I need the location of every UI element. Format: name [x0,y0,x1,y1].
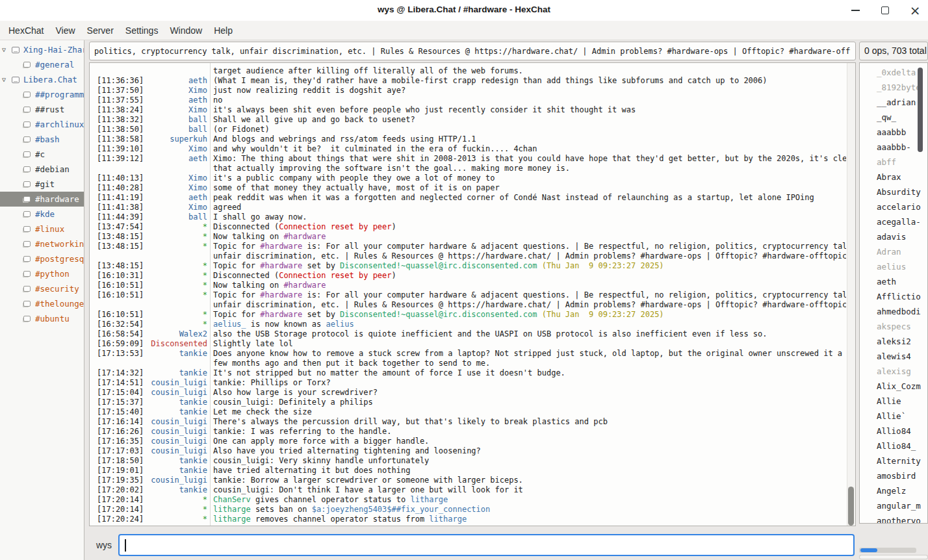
chat-line: [17:17:03]cousin_luigiAlso have you trie… [97,446,846,456]
nick: cousin_luigi [151,427,207,437]
chat-line-meta: [17:18:50]tankie [97,456,207,466]
message-input[interactable] [118,534,855,556]
message-text: There's always the percussion drill way,… [213,417,608,427]
userlist-item[interactable]: Allie [860,394,927,409]
userlist-item[interactable]: angular_m [860,498,927,513]
sidebar-item-thelounge[interactable]: #thelounge [0,296,84,311]
nick: aeth [188,154,207,164]
userlist-item[interactable]: abff [860,155,927,170]
message-segment: There's always the percussion drill way,… [213,417,608,426]
message-segment: no [213,95,222,105]
userlist-item[interactable]: aeth [860,274,927,289]
message-text: Shall we all give up and go back to usen… [213,115,415,125]
userlist-item[interactable]: Alternity [860,453,927,468]
userlist-scrollbar-thumb[interactable] [918,68,923,152]
own-nick-label[interactable]: wys [96,540,112,550]
message-text: Also have you tried alternating tighteni… [213,446,481,456]
timestamp: [17:16:14] [97,417,144,427]
menu-item-view[interactable]: View [49,23,81,38]
sidebar-item-git[interactable]: #git [0,177,84,192]
message-segment: Shall we all give up and go back to usen… [213,115,415,124]
channel-icon [23,92,31,97]
chat-line: [17:19:35]cousin_luigitankie: Borrow a l… [97,476,846,485]
userlist-item[interactable]: Allio84 [860,424,927,439]
message-text: Topic for #hardware is: For all your com… [213,290,846,300]
userlist-item[interactable]: accelario [860,199,927,214]
message-text: cousin_luigi: Definitely a philips [213,398,373,407]
chat-line-meta: [11:36:36]aeth [97,76,207,86]
sidebar-item-programmi[interactable]: ##programmi [0,87,84,102]
nick: ball [188,115,207,125]
timestamp: [16:58:54] [97,329,144,339]
timestamp: [17:16:35] [97,437,144,446]
userlist-item[interactable]: amosbird [860,468,927,483]
expander-icon[interactable]: ▽ [2,46,12,53]
timestamp: [11:36:36] [97,76,144,86]
userlist-item[interactable]: Angelz [860,483,927,498]
menu-item-window[interactable]: Window [164,23,208,38]
sidebar-item-debian[interactable]: #debian [0,162,84,177]
userlist-item[interactable]: Alix_Cozm [860,379,927,394]
chat-line: [16:10:51]*Topic for #hardware is: For a… [97,290,846,300]
nick: cousin_luigi [151,378,207,388]
minimize-button[interactable] [850,5,860,16]
message-segment: Topic for [213,261,260,270]
channel-icon [23,181,31,187]
sidebar-item-linux[interactable]: #linux [0,222,84,236]
userlist-item[interactable]: Afflictio [860,289,927,304]
userlist-item[interactable]: anotheryo [860,513,927,524]
userlist-item[interactable]: aleksi2 [860,334,927,349]
userlist-item[interactable]: Allio84_ [860,439,927,453]
userlist-item[interactable]: Abrax [860,170,927,185]
menu-item-server[interactable]: Server [81,23,120,38]
sidebar-item-c[interactable]: #c [0,147,84,162]
menu-item-settings[interactable]: Settings [120,23,164,38]
topic-input[interactable] [89,42,856,60]
expander-icon[interactable]: ▽ [2,76,12,83]
sidebar-item-security[interactable]: #security [0,281,84,296]
userlist-item[interactable]: Allie` [860,409,927,424]
chat-scrollbar-track[interactable] [847,63,855,526]
userlist-item[interactable]: acegalla- [860,214,927,229]
maximize-button[interactable] [880,5,890,16]
sidebar-item-bash[interactable]: #bash [0,132,84,147]
tree-network-xing-hai-zhar[interactable]: ▽Xing-Hai-Zhar [0,42,84,57]
userlist-item[interactable]: Adran [860,244,927,259]
userlist-item[interactable]: Absurdity [860,185,927,199]
sidebar-item-kde[interactable]: #kde [0,207,84,222]
userlist-item[interactable]: aelius [860,259,927,274]
chat-line: [11:38:24]Ximoit's always been shit even… [97,105,846,115]
userlist-item[interactable]: adavis [860,229,927,244]
message-segment: One can apply more force with a bigger h… [213,437,429,446]
nick: tankie [179,368,207,378]
sidebar-item-archlinux[interactable]: #archlinux [0,117,84,132]
chat-line: [11:40:28]Ximosome of that money they ac… [97,183,846,193]
chat-line: [11:41:38]Ximoagreed [97,203,846,212]
close-button[interactable]: × [910,5,920,16]
userlist-item[interactable]: alexisg [860,364,927,379]
timestamp: [17:20:02] [97,485,144,495]
userlist-item[interactable]: akspecs [860,319,927,334]
userlist-item[interactable]: alewis4 [860,349,927,364]
tree-network-libera-chat[interactable]: ▽Libera.Chat [0,72,84,87]
sidebar-item-general[interactable]: #general [0,57,84,72]
message-text: One can apply more force with a bigger h… [213,437,429,446]
nick: Ximo [188,144,207,154]
channel-tree: ▽Xing-Hai-Zhar#general▽Libera.Chat##prog… [0,40,84,560]
chat-line: [17:20:24]*litharge removes channel oper… [97,515,846,524]
chat-scrollbar-thumb[interactable] [848,487,854,526]
menu-item-hexchat[interactable]: HexChat [3,23,49,38]
userlist-item[interactable]: ahmedbodi [860,304,927,319]
sidebar-item-postgresql[interactable]: #postgresql [0,251,84,266]
channel-icon [23,211,31,217]
menu-item-help[interactable]: Help [208,23,238,38]
sidebar-item-hardware[interactable]: #hardware [0,192,84,207]
chat-line-meta: [11:38:50]ball [97,125,207,134]
sidebar-item-networking[interactable]: #networking [0,236,84,251]
message-text: (What I mean is, they'd rather have a mo… [213,76,767,86]
sidebar-item-ubuntu[interactable]: #ubuntu [0,311,84,326]
message-segment: litharge [213,515,251,524]
message-segment: some of that money they actually have, m… [213,183,500,192]
sidebar-item-python[interactable]: #python [0,266,84,281]
sidebar-item-rust[interactable]: ##rust [0,102,84,117]
